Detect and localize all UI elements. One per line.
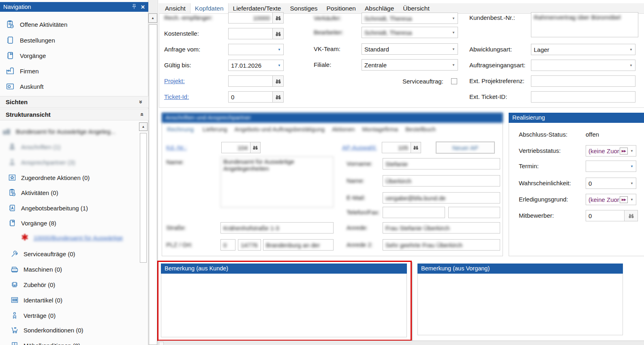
ap-nr-search-button[interactable] (411, 142, 421, 153)
vorname-field[interactable]: Stefanie (383, 158, 500, 169)
tree-item-aktivitaeten[interactable]: Aktivitäten (0) (8, 187, 58, 198)
nachname-field[interactable]: Überkirch (383, 175, 500, 186)
bottom-panel-edge (158, 341, 644, 345)
fax-field[interactable] (448, 207, 500, 218)
neuer-ap-button[interactable]: Neuer AP (436, 141, 495, 154)
ext-projektreferenz-field[interactable] (531, 75, 635, 87)
gueltig-bis-combo[interactable]: 17.01.2026▼ (228, 60, 284, 71)
nav-group-strukturansicht[interactable]: Strukturansicht » (0, 109, 148, 120)
kunden-nr-search-button[interactable] (250, 142, 261, 153)
vertriebsstatus-combo[interactable]: (keine Zuor ▶▶ ▼ (586, 145, 636, 156)
chevron-double-down-icon[interactable]: » (137, 100, 144, 103)
plz-prefix-field[interactable]: 0 (220, 239, 235, 251)
nav-item-firmen[interactable]: Firmen (6, 65, 39, 77)
kostenstelle-search-button[interactable] (272, 28, 284, 39)
kunden-nr-link[interactable]: Kd.-Nr.: (166, 142, 187, 153)
plz-field[interactable]: 14776 (238, 239, 261, 251)
tab-sonstiges[interactable]: Sonstiges (285, 3, 322, 13)
strasse-field[interactable]: Krähenhofstraße 1-3 (220, 222, 334, 234)
tree-item-zugeordnete-aktionen[interactable]: Zugeordnete Aktionen (0) (8, 172, 90, 183)
wahrscheinlichkeit-combo[interactable]: 0▼ (586, 178, 636, 189)
tree-item-zubehoer[interactable]: Zubehör (0) (11, 279, 55, 290)
ort-field[interactable]: Brandenburg an der (263, 239, 334, 251)
subtab-lieferung[interactable]: Lieferung (203, 126, 227, 133)
bemerkung-vorgang-textarea[interactable] (418, 274, 623, 335)
auftragseingangsart-combo[interactable]: ▼ (531, 60, 635, 71)
name-textarea[interactable]: Bundesamt für Auswärtige Angelegenheiten (220, 156, 334, 208)
tree-item-identartikel[interactable]: Identartikel (0) (11, 294, 62, 306)
tree-item-serviceauftraege[interactable]: Serviceaufträge (0) (11, 248, 75, 259)
tree-scroll-up-button[interactable]: ▲ (139, 122, 148, 131)
binoculars-icon (252, 145, 258, 150)
kostenstelle-field[interactable] (228, 28, 273, 39)
tree-item-anschriften[interactable]: Anschriften (1) (8, 141, 61, 152)
filiale-combo[interactable]: Zentrale▼ (362, 59, 458, 71)
telefon-fax-label: Telefon/Fax: (347, 207, 380, 218)
bearbeiter-combo[interactable]: Schmidt, Theresa▼ (362, 27, 458, 38)
subtab-aktionen[interactable]: Aktionen (332, 126, 355, 133)
erledigungsgrund-combo[interactable]: (keine Zuor ▶▶ ▼ (586, 194, 636, 205)
tree-item-sonderkonditionen[interactable]: Sonderkonditionen (0) (11, 324, 83, 336)
tree-item-vorgang-detail[interactable]: ✱ 10000/Bundesamt für Auswärtige (21, 232, 123, 243)
verkaeufer-combo[interactable]: Schmidt, Theresa▼ (362, 13, 458, 24)
anfrage-vom-combo[interactable]: ▼ (228, 44, 284, 55)
nav-item-auskunft[interactable]: Auskunft (6, 80, 43, 92)
termin-combo[interactable]: ▼ (586, 161, 636, 172)
fast-forward-icon[interactable]: ▶▶ (620, 148, 628, 154)
bottom-panel-handle[interactable] (159, 342, 164, 345)
tree-item-vertraege[interactable]: Verträge (0) (11, 310, 56, 321)
tree-item-angebotsbearbeitung[interactable]: Angebotsbearbeitung (1) (8, 202, 88, 214)
subtab-bestellbuch[interactable]: Bestellbuch (405, 126, 436, 133)
anrede-field[interactable]: Frau Stefanie Überkirch (383, 222, 500, 234)
realisierung-panel-title: Realisierung (509, 113, 644, 123)
tree-item-vorgaenge[interactable]: Vorgänge (8) (8, 217, 56, 229)
tree-item-label: Ansprechpartner (3) (21, 159, 75, 166)
abwicklungsart-combo[interactable]: Lager▼ (531, 44, 635, 55)
nav-group-sichten[interactable]: Sichten » (0, 96, 148, 108)
dropdown-arrow-icon: ▼ (449, 63, 455, 67)
tab-abschlaege[interactable]: Abschläge (360, 3, 398, 13)
rechempfaenger-field[interactable]: 10000 (228, 12, 273, 24)
ticket-id-link[interactable]: Ticket-Id: (164, 91, 189, 103)
subtab-rechnung[interactable]: Rechnung (165, 126, 195, 133)
chevron-double-up-icon[interactable]: » (137, 113, 144, 116)
fast-forward-icon[interactable]: ▶▶ (620, 196, 628, 203)
ext-ticket-id-field[interactable] (531, 91, 635, 103)
tree-item-maschinen[interactable]: Maschinen (0) (11, 264, 62, 275)
rechempfaenger-search-button[interactable] (272, 12, 284, 24)
vk-team-combo[interactable]: Standard▼ (362, 43, 458, 55)
bearbeiter-label: Bearbeiter: (314, 27, 343, 38)
telefon-field[interactable] (383, 207, 445, 218)
main-scrollbar-thumb[interactable] (149, 24, 157, 345)
kundenbest-nr-textarea[interactable]: Rahmenvertrag über Büromöbel (531, 12, 638, 37)
mitbewerber-field[interactable]: 0 (586, 210, 625, 221)
subtab-angebots-auftragsbestaetigung[interactable]: Angebots-und Auftragsbestätigung (235, 126, 325, 133)
nav-item-offene-aktivitaeten[interactable]: Offene Aktivitäten (6, 18, 67, 30)
projekt-search-button[interactable] (272, 75, 284, 87)
tree-item-ansprechpartner[interactable]: Ansprechpartner (3) (8, 156, 75, 168)
tree-item-moebelkonditionen[interactable]: Möbelkonditionen (0) (11, 340, 80, 345)
mitbewerber-search-button[interactable] (624, 210, 638, 221)
pin-icon[interactable] (132, 4, 137, 11)
nav-item-bestellungen[interactable]: Bestellungen (6, 34, 55, 46)
kunden-nr-field[interactable]: 104 (221, 142, 250, 153)
plz-ort-label: PLZ / Ort: (166, 239, 193, 251)
email-field[interactable]: vergabe@bfa.bund.de (383, 192, 500, 204)
nav-item-vorgaenge[interactable]: Vorgänge (6, 49, 46, 62)
main-scrollbar-track[interactable]: ▲ (148, 0, 158, 345)
ticket-id-search-button[interactable] (272, 91, 284, 103)
close-icon[interactable]: ✕ (141, 4, 145, 10)
projekt-field[interactable] (228, 75, 273, 87)
tab-positionen[interactable]: Positionen (322, 3, 360, 13)
tree-scrollbar-thumb[interactable] (140, 133, 147, 263)
ap-nr-link[interactable]: AP-Auswahl: (342, 142, 377, 153)
ap-nr-field[interactable]: 105 (382, 142, 411, 153)
main-scroll-up-button[interactable]: ▲ (148, 13, 157, 23)
subtab-montagefirma[interactable]: Montagefirma (362, 126, 398, 133)
serviceauftrag-checkbox[interactable] (451, 78, 457, 84)
projekt-link[interactable]: Projekt: (164, 75, 185, 87)
ticket-id-field[interactable]: 0 (228, 91, 273, 103)
tree-item-root[interactable]: Bundesamt für Auswärtige Angeleg... (2, 126, 116, 137)
anrede2-field[interactable]: Sehr geehrte Frau Überkirch (383, 239, 500, 251)
tab-uebersicht[interactable]: Übersicht (398, 3, 434, 13)
